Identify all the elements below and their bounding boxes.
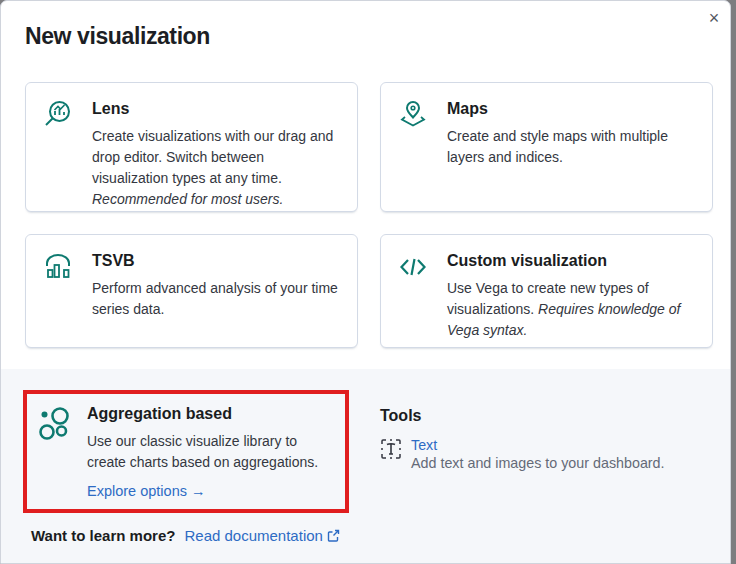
card-content: Custom visualization Use Vega to create … xyxy=(447,250,696,341)
aggregation-circles-icon xyxy=(37,406,75,448)
annotation-highlight-red-box: Aggregation based Use our classic visual… xyxy=(23,390,349,513)
text-tool-link[interactable]: Text xyxy=(411,437,437,454)
lens-magnifier-chart-icon xyxy=(42,99,76,131)
modal-footer-area: Aggregation based Use our classic visual… xyxy=(1,369,730,564)
card-lens[interactable]: Lens Create visualizations with our drag… xyxy=(25,82,358,212)
close-icon: × xyxy=(709,8,720,28)
visualization-cards-grid: Lens Create visualizations with our drag… xyxy=(25,82,713,348)
close-button[interactable]: × xyxy=(701,5,727,31)
card-title: TSVB xyxy=(92,252,341,270)
card-title: Maps xyxy=(447,100,696,118)
new-visualization-modal: New visualization × Lens Create visualiz… xyxy=(0,0,731,564)
aggregation-description: Use our classic visualize library to cre… xyxy=(87,431,335,473)
card-description: Create visualizations with our drag and … xyxy=(92,126,341,210)
read-documentation-link[interactable]: Read documentation xyxy=(184,527,339,544)
card-content: Maps Create and style maps with multiple… xyxy=(447,98,696,168)
arrow-right-icon: → xyxy=(191,483,206,499)
card-custom-visualization[interactable]: Custom visualization Use Vega to create … xyxy=(380,234,713,348)
explore-options-link[interactable]: Explore options → xyxy=(87,483,205,499)
aggregation-title: Aggregation based xyxy=(87,405,335,423)
learn-more-prompt: Want to learn more? xyxy=(31,527,175,544)
card-title: Custom visualization xyxy=(447,252,696,270)
card-description: Perform advanced analysis of your time s… xyxy=(92,278,341,320)
text-tool-icon xyxy=(380,438,402,460)
card-content: TSVB Perform advanced analysis of your t… xyxy=(92,250,341,320)
tools-heading: Tools xyxy=(380,407,713,425)
tsvb-timeseries-icon xyxy=(42,251,76,283)
text-tool-description: Add text and images to your dashboard. xyxy=(411,454,665,472)
card-content: Lens Create visualizations with our drag… xyxy=(92,98,341,210)
learn-more-row: Want to learn more? Read documentation xyxy=(31,527,340,544)
code-brackets-icon xyxy=(397,251,431,283)
card-description: Use Vega to create new types of visualiz… xyxy=(447,278,696,341)
text-tool-item[interactable]: Text Add text and images to your dashboa… xyxy=(380,436,713,472)
modal-title: New visualization xyxy=(25,23,210,50)
maps-pin-layers-icon xyxy=(397,99,431,131)
text-tool-content: Text Add text and images to your dashboa… xyxy=(411,436,665,472)
aggregation-content: Aggregation based Use our classic visual… xyxy=(87,403,335,500)
tools-section: Tools Text Add text and images to your d… xyxy=(380,407,713,472)
card-title: Lens xyxy=(92,100,341,118)
external-link-icon xyxy=(327,529,340,542)
aggregation-based-panel: Aggregation based Use our classic visual… xyxy=(27,394,345,509)
card-maps[interactable]: Maps Create and style maps with multiple… xyxy=(380,82,713,212)
card-description: Create and style maps with multiple laye… xyxy=(447,126,696,168)
card-tsvb[interactable]: TSVB Perform advanced analysis of your t… xyxy=(25,234,358,348)
